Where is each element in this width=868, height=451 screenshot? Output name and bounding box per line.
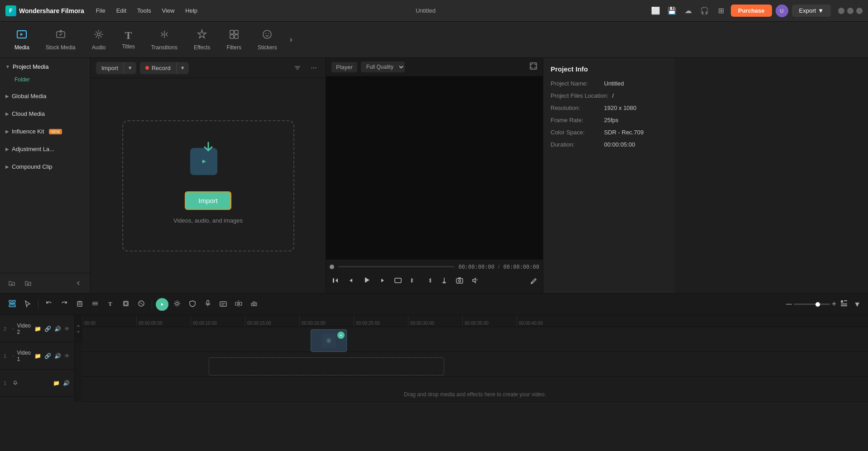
speed-tool-button[interactable] <box>156 298 168 311</box>
track-v1-link[interactable]: 🔗 <box>43 352 52 360</box>
import-dropdown-arrow[interactable]: ▼ <box>124 62 136 73</box>
cloud-icon[interactable]: ☁ <box>682 5 695 17</box>
project-media-header[interactable]: ▼ Project Media <box>0 60 90 74</box>
tab-audio[interactable]: Audio <box>85 25 113 54</box>
extra-tools-button[interactable] <box>528 275 539 288</box>
split-button[interactable] <box>232 298 245 311</box>
play-button[interactable] <box>360 274 373 289</box>
mark-out-button[interactable] <box>423 275 435 288</box>
step-forward-button[interactable] <box>377 275 388 288</box>
monitor-icon[interactable]: ⬜ <box>649 5 662 17</box>
track-a1-folder[interactable]: 📁 <box>52 379 61 387</box>
stabilize-button[interactable] <box>247 298 261 311</box>
tab-stock-media[interactable]: Stock Media <box>38 25 83 54</box>
global-media-header[interactable]: ▶ Global Media <box>0 89 90 103</box>
cloud-media-label: Cloud Media <box>12 110 45 117</box>
dragging-clip[interactable]: + <box>311 329 347 352</box>
filter-sort-icon[interactable] <box>291 62 304 74</box>
timeline-toolbar: T <box>0 294 868 315</box>
menu-view[interactable]: View <box>157 5 179 16</box>
folder-link-icon[interactable] <box>22 277 34 290</box>
select-tool-button[interactable] <box>5 298 19 311</box>
drop-zone[interactable]: Import Videos, audio, and images <box>122 120 294 252</box>
tab-media[interactable]: Media <box>7 25 37 54</box>
menu-file[interactable]: File <box>91 5 110 16</box>
fullscreen-icon[interactable] <box>529 62 537 72</box>
expand-button[interactable]: ▼ <box>852 299 863 310</box>
track-v2-eye[interactable]: 👁 <box>63 325 71 333</box>
tab-stickers[interactable]: Stickers <box>250 25 284 54</box>
progress-track[interactable] <box>338 266 455 267</box>
track-v1-folder[interactable]: 📁 <box>34 352 42 360</box>
collapse-panel-icon[interactable] <box>72 277 85 290</box>
track-v1-eye[interactable]: 👁 <box>63 352 71 360</box>
preview-header: Player Full Quality 1/2 Quality 1/4 Qual… <box>326 58 543 76</box>
adjustment-layer-header[interactable]: ▶ Adjustment La... <box>0 142 90 156</box>
redo-button[interactable] <box>58 298 71 311</box>
tab-transitions[interactable]: Transitions <box>144 25 185 54</box>
quality-selector[interactable]: Full Quality 1/2 Quality 1/4 Quality <box>361 62 405 72</box>
fit-screen-button[interactable] <box>392 275 404 288</box>
zoom-out-button[interactable]: ─ <box>786 299 792 309</box>
record-dropdown-arrow[interactable]: ▼ <box>176 62 189 73</box>
tab-filters[interactable]: Filters <box>219 25 249 54</box>
microphone-button[interactable] <box>201 298 215 311</box>
tab-effects[interactable]: Effects <box>187 25 217 54</box>
settings-gear-button[interactable] <box>170 298 184 311</box>
cut-button[interactable] <box>88 298 102 311</box>
track-v1-volume[interactable]: 🔊 <box>53 352 62 360</box>
subtitles-button[interactable] <box>216 298 230 311</box>
duration-label: Duration: <box>551 141 600 148</box>
undo-button[interactable] <box>42 298 56 311</box>
folder-item[interactable]: Folder <box>0 74 90 85</box>
zoom-in-button[interactable]: + <box>832 299 837 309</box>
add-folder-icon[interactable] <box>5 277 18 290</box>
minimize-button[interactable] <box>838 8 844 14</box>
progress-thumb[interactable] <box>330 265 334 269</box>
cloud-media-header[interactable]: ▶ Cloud Media <box>0 107 90 121</box>
delete-button[interactable] <box>73 298 86 311</box>
collapse-handle[interactable] <box>75 315 82 342</box>
compound-clip-header[interactable]: ▶ Compound Clip <box>0 160 90 174</box>
record-button[interactable]: Record <box>140 62 176 74</box>
influence-kit-header[interactable]: ▶ Influence Kit NEW <box>0 124 90 138</box>
ripple-edit-button[interactable] <box>134 298 148 311</box>
zoom-slider[interactable] <box>794 304 830 305</box>
snapshot-button[interactable] <box>454 275 465 288</box>
track-v2-volume[interactable]: 🔊 <box>53 325 62 333</box>
tab-titles[interactable]: T Titles <box>115 26 142 53</box>
svg-rect-56 <box>240 302 242 305</box>
more-options-icon[interactable]: ··· <box>307 62 320 74</box>
purchase-button[interactable]: Purchase <box>731 5 772 17</box>
crop-button[interactable] <box>119 298 133 311</box>
markers-button[interactable] <box>438 275 450 288</box>
chevron-right-icon-5: ▶ <box>5 164 9 169</box>
layout-icon[interactable]: ⊞ <box>715 5 727 17</box>
track-a1-volume[interactable]: 🔊 <box>62 379 71 387</box>
save-icon[interactable]: 💾 <box>666 5 678 17</box>
close-button[interactable] <box>856 8 863 14</box>
import-main-button[interactable]: Import <box>185 191 231 210</box>
mark-in-button[interactable] <box>408 275 419 288</box>
menu-edit[interactable]: Edit <box>112 5 131 16</box>
text-tool-button[interactable]: T <box>104 298 117 311</box>
track-label-video2: 2 Video 2 📁 🔗 🔊 👁 <box>0 315 74 342</box>
grid-view-button[interactable] <box>838 298 850 311</box>
track-v2-folder[interactable]: 📁 <box>34 325 42 333</box>
headset-icon[interactable]: 🎧 <box>698 5 711 17</box>
rewind-button[interactable] <box>330 275 341 288</box>
step-back-button[interactable] <box>345 275 357 288</box>
framerate-value: 25fps <box>604 117 619 123</box>
export-button[interactable]: Export ▼ <box>792 5 831 17</box>
clip-protect-button[interactable] <box>186 298 199 311</box>
more-tabs-button[interactable]: › <box>288 33 294 46</box>
stock-media-icon <box>55 29 66 43</box>
import-button[interactable]: Import <box>96 62 124 74</box>
maximize-button[interactable] <box>847 8 854 14</box>
menu-tools[interactable]: Tools <box>133 5 155 16</box>
avatar[interactable]: U <box>776 5 788 17</box>
volume-button[interactable] <box>469 275 481 288</box>
cursor-tool-button[interactable] <box>21 298 34 311</box>
menu-help[interactable]: Help <box>181 5 202 16</box>
track-v2-link[interactable]: 🔗 <box>43 325 52 333</box>
